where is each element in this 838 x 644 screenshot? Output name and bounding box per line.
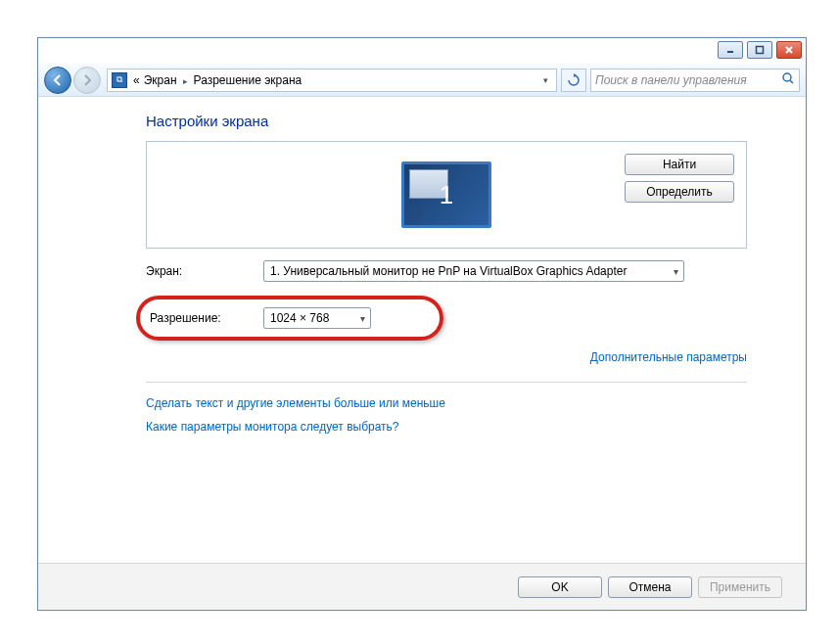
svg-line-5 xyxy=(790,80,793,83)
search-icon xyxy=(781,71,795,88)
divider xyxy=(146,382,747,383)
minimize-button[interactable] xyxy=(718,41,743,59)
advanced-settings-link[interactable]: Дополнительные параметры xyxy=(590,350,747,364)
svg-rect-1 xyxy=(757,47,764,54)
which-settings-link[interactable]: Какие параметры монитора следует выбрать… xyxy=(146,420,399,434)
screen-select[interactable]: 1. Универсальный монитор не PnP на Virtu… xyxy=(263,260,684,282)
monitor-thumbnail[interactable]: 1 xyxy=(401,161,491,228)
forward-button[interactable] xyxy=(73,67,101,94)
text-size-link[interactable]: Сделать текст и другие элементы больше и… xyxy=(146,396,445,410)
resolution-select[interactable]: 1024 × 768 xyxy=(263,307,371,329)
monitor-preview-panel: 1 Найти Определить xyxy=(146,141,747,249)
address-dropdown-icon[interactable]: ▾ xyxy=(539,75,552,85)
breadcrumb-prefix: « xyxy=(133,73,140,87)
footer-buttons: OK Отмена Применить xyxy=(38,563,806,610)
resolution-select-value: 1024 × 768 xyxy=(270,311,329,325)
breadcrumb-separator xyxy=(179,73,192,87)
find-button[interactable]: Найти xyxy=(625,154,734,175)
breadcrumb-screen[interactable]: Экран xyxy=(144,73,177,87)
apply-button[interactable]: Применить xyxy=(698,576,782,598)
page-title: Настройки экрана xyxy=(146,113,747,129)
ok-button[interactable]: OK xyxy=(518,576,602,598)
resolution-label: Разрешение: xyxy=(150,311,263,325)
display-icon: ⧉ xyxy=(112,72,127,88)
screen-select-value: 1. Универсальный монитор не PnP на Virtu… xyxy=(270,264,627,278)
search-input[interactable]: Поиск в панели управления xyxy=(590,69,800,92)
svg-point-4 xyxy=(783,73,791,81)
monitor-number: 1 xyxy=(440,180,453,210)
maximize-button[interactable] xyxy=(747,41,772,59)
window-controls xyxy=(718,41,802,59)
back-button[interactable] xyxy=(44,67,71,94)
screen-row: Экран: 1. Универсальный монитор не PnP н… xyxy=(146,260,747,282)
resolution-highlight: Разрешение: 1024 × 768 xyxy=(136,296,443,341)
content-area: Настройки экрана 1 Найти Определить Экра… xyxy=(38,97,806,563)
breadcrumb-resolution[interactable]: Разрешение экрана xyxy=(194,73,303,87)
identify-button[interactable]: Определить xyxy=(625,181,734,203)
control-panel-window: ⧉ « Экран Разрешение экрана ▾ Поиск в па… xyxy=(37,37,807,611)
address-bar[interactable]: ⧉ « Экран Разрешение экрана ▾ xyxy=(107,69,557,92)
navigation-bar: ⧉ « Экран Разрешение экрана ▾ Поиск в па… xyxy=(38,64,806,97)
search-placeholder: Поиск в панели управления xyxy=(595,73,747,87)
screen-label: Экран: xyxy=(146,264,263,278)
refresh-button[interactable] xyxy=(561,69,586,92)
cancel-button[interactable]: Отмена xyxy=(608,576,692,598)
close-button[interactable] xyxy=(776,41,802,59)
